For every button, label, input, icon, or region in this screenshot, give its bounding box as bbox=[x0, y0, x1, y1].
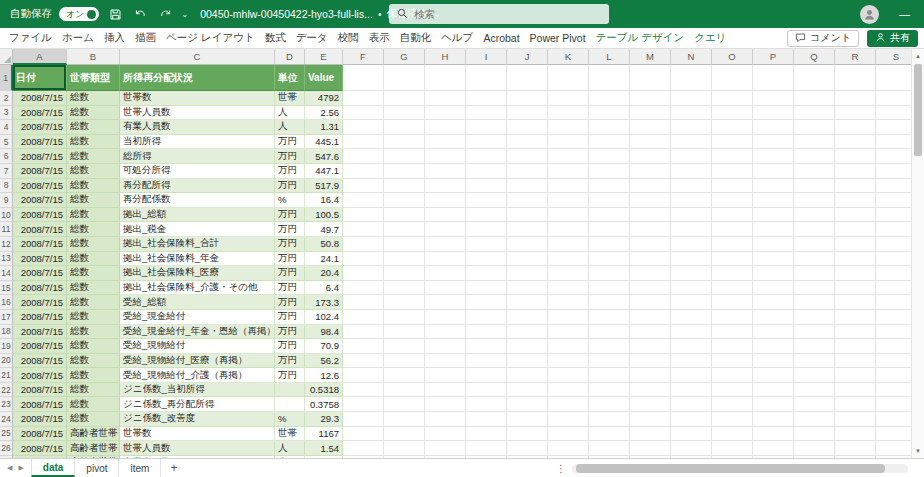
cell-B21[interactable]: 総数 bbox=[67, 368, 120, 383]
cell-F3[interactable] bbox=[343, 106, 384, 121]
row-header-20[interactable]: 20 bbox=[0, 354, 13, 369]
cell-F25[interactable] bbox=[343, 427, 384, 442]
cell-R7[interactable] bbox=[835, 164, 876, 179]
cell-O5[interactable] bbox=[712, 135, 753, 150]
cell-L24[interactable] bbox=[589, 412, 630, 427]
cell-N1[interactable] bbox=[671, 65, 712, 91]
cell-M23[interactable] bbox=[630, 397, 671, 412]
cell-F9[interactable] bbox=[343, 193, 384, 208]
cell-P11[interactable] bbox=[753, 222, 794, 237]
cell-L26[interactable] bbox=[589, 441, 630, 456]
cell-K25[interactable] bbox=[548, 427, 589, 442]
cell-F7[interactable] bbox=[343, 164, 384, 179]
cell-M11[interactable] bbox=[630, 222, 671, 237]
cell-N25[interactable] bbox=[671, 427, 712, 442]
cell-S6[interactable] bbox=[876, 149, 911, 164]
cell-P24[interactable] bbox=[753, 412, 794, 427]
cell-H3[interactable] bbox=[425, 106, 466, 121]
cell-G26[interactable] bbox=[384, 441, 425, 456]
cell-D6[interactable]: 万円 bbox=[275, 149, 305, 164]
cell-E17[interactable]: 102.4 bbox=[305, 310, 343, 325]
cell-O17[interactable] bbox=[712, 310, 753, 325]
cell-I7[interactable] bbox=[466, 164, 507, 179]
row-header-17[interactable]: 17 bbox=[0, 310, 13, 325]
cell-D5[interactable]: 万円 bbox=[275, 135, 305, 150]
cell-B20[interactable]: 総数 bbox=[67, 354, 120, 369]
cell-D9[interactable]: % bbox=[275, 193, 305, 208]
cell-G22[interactable] bbox=[384, 383, 425, 398]
cell-M10[interactable] bbox=[630, 208, 671, 223]
cell-D2[interactable]: 世帯 bbox=[275, 91, 305, 106]
cell-F13[interactable] bbox=[343, 252, 384, 267]
cell-S7[interactable] bbox=[876, 164, 911, 179]
cell-E5[interactable]: 445.1 bbox=[305, 135, 343, 150]
cell-C11[interactable]: 拠出_税金 bbox=[120, 222, 275, 237]
column-header-J[interactable]: J bbox=[507, 49, 548, 65]
cell-S15[interactable] bbox=[876, 281, 911, 296]
cell-G20[interactable] bbox=[384, 354, 425, 369]
cell-D13[interactable]: 万円 bbox=[275, 252, 305, 267]
cell-O12[interactable] bbox=[712, 237, 753, 252]
cell-K1[interactable] bbox=[548, 65, 589, 91]
cell-P5[interactable] bbox=[753, 135, 794, 150]
cell-C25[interactable]: 世帯数 bbox=[120, 427, 275, 442]
cell-G25[interactable] bbox=[384, 427, 425, 442]
cell-O14[interactable] bbox=[712, 266, 753, 281]
cell-Q10[interactable] bbox=[794, 208, 835, 223]
cell-Q4[interactable] bbox=[794, 120, 835, 135]
cell-B16[interactable]: 総数 bbox=[67, 295, 120, 310]
horizontal-scrollbar[interactable] bbox=[572, 464, 908, 473]
cell-M18[interactable] bbox=[630, 325, 671, 340]
cell-M14[interactable] bbox=[630, 266, 671, 281]
cell-N3[interactable] bbox=[671, 106, 712, 121]
cell-L22[interactable] bbox=[589, 383, 630, 398]
cell-E25[interactable]: 1167 bbox=[305, 427, 343, 442]
cell-H5[interactable] bbox=[425, 135, 466, 150]
cell-H8[interactable] bbox=[425, 179, 466, 194]
cell-Q23[interactable] bbox=[794, 397, 835, 412]
cell-L14[interactable] bbox=[589, 266, 630, 281]
cell-K23[interactable] bbox=[548, 397, 589, 412]
cell-N26[interactable] bbox=[671, 441, 712, 456]
cell-Q25[interactable] bbox=[794, 427, 835, 442]
cell-Q6[interactable] bbox=[794, 149, 835, 164]
table-header-E1[interactable]: Value bbox=[305, 65, 343, 91]
cell-F11[interactable] bbox=[343, 222, 384, 237]
cell-L11[interactable] bbox=[589, 222, 630, 237]
cell-H2[interactable] bbox=[425, 91, 466, 106]
cell-S5[interactable] bbox=[876, 135, 911, 150]
cell-N2[interactable] bbox=[671, 91, 712, 106]
cell-D23[interactable] bbox=[275, 397, 305, 412]
cell-K26[interactable] bbox=[548, 441, 589, 456]
cell-R1[interactable] bbox=[835, 65, 876, 91]
cell-Q2[interactable] bbox=[794, 91, 835, 106]
cell-N5[interactable] bbox=[671, 135, 712, 150]
cell-L20[interactable] bbox=[589, 354, 630, 369]
cell-Q22[interactable] bbox=[794, 383, 835, 398]
cell-H6[interactable] bbox=[425, 149, 466, 164]
cell-M16[interactable] bbox=[630, 295, 671, 310]
cell-Q11[interactable] bbox=[794, 222, 835, 237]
select-all-corner[interactable] bbox=[0, 49, 13, 65]
row-header-13[interactable]: 13 bbox=[0, 252, 13, 267]
cell-D10[interactable]: 万円 bbox=[275, 208, 305, 223]
cell-R9[interactable] bbox=[835, 193, 876, 208]
cell-I19[interactable] bbox=[466, 339, 507, 354]
cell-B14[interactable]: 総数 bbox=[67, 266, 120, 281]
row-header-8[interactable]: 8 bbox=[0, 179, 13, 194]
column-header-M[interactable]: M bbox=[630, 49, 671, 65]
cell-F17[interactable] bbox=[343, 310, 384, 325]
cell-Q21[interactable] bbox=[794, 368, 835, 383]
cell-H4[interactable] bbox=[425, 120, 466, 135]
cell-A19[interactable]: 2008/7/15 bbox=[13, 339, 67, 354]
cell-J25[interactable] bbox=[507, 427, 548, 442]
cell-O9[interactable] bbox=[712, 193, 753, 208]
cell-H13[interactable] bbox=[425, 252, 466, 267]
cell-S13[interactable] bbox=[876, 252, 911, 267]
cell-S22[interactable] bbox=[876, 383, 911, 398]
cell-E15[interactable]: 6.4 bbox=[305, 281, 343, 296]
cell-C26[interactable]: 世帯人員数 bbox=[120, 441, 275, 456]
cell-A12[interactable]: 2008/7/15 bbox=[13, 237, 67, 252]
cell-P21[interactable] bbox=[753, 368, 794, 383]
cell-H12[interactable] bbox=[425, 237, 466, 252]
